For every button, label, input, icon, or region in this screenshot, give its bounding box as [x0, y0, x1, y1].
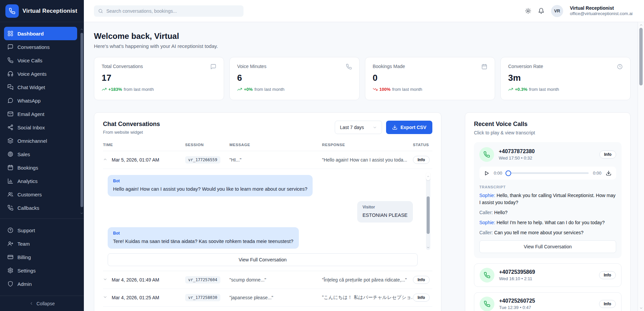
brand-logo	[5, 4, 19, 18]
sidebar-item-label: Admin	[17, 281, 32, 287]
sidebar-item-social-inbox[interactable]: Social Inbox	[4, 121, 77, 134]
row-response: "Înțeleg că prețurile pot părea ridicate…	[322, 277, 413, 283]
column-header-response: RESPONSE	[322, 143, 413, 147]
voice-call-card[interactable]: +40725395869 Wed 16:10 • 2:11 Info	[474, 263, 622, 287]
info-badge[interactable]: Info	[599, 300, 616, 308]
sidebar-item-whatsapp[interactable]: WhatsApp	[4, 94, 77, 107]
player-seek-handle[interactable]	[505, 170, 511, 176]
app-root: Virtual Receptionist Dashboard Conversat…	[0, 0, 644, 311]
info-badge[interactable]: Info	[413, 156, 430, 164]
transcript-line: Sophie: Hello, thank you for calling Vir…	[479, 192, 616, 206]
sidebar-item-callbacks[interactable]: Callbacks	[4, 201, 77, 214]
sidebar-item-sales[interactable]: Sales	[4, 147, 77, 161]
stat-delta: 100% from last month	[373, 87, 487, 92]
bubble-speaker: Visitor	[363, 204, 408, 210]
audio-player: 0:00 0:00	[479, 167, 616, 180]
mail-icon	[7, 111, 13, 117]
page-scrollbar-thumb[interactable]	[639, 28, 643, 85]
sidebar-scrollbar-thumb[interactable]	[80, 33, 83, 207]
transcript-line: Sophie: Hello! I'm here to help. What ca…	[479, 219, 616, 226]
sidebar-item-analytics[interactable]: Analytics	[4, 174, 77, 188]
call-meta: Wed 17:50 • 0:32	[499, 156, 535, 161]
stats-row: Total Conversations 17 +183% from last m…	[94, 57, 631, 100]
collapse-sidebar-button[interactable]: Collapse	[0, 296, 84, 311]
sidebar-item-settings[interactable]: Settings	[4, 264, 77, 277]
row-time: Mar 4, 2026, 01:49 AM	[112, 277, 159, 283]
notifications-button[interactable]	[538, 8, 544, 14]
bell-icon	[538, 8, 544, 14]
transcript-speaker: Sophie:	[479, 193, 495, 198]
info-badge[interactable]: Info	[599, 150, 616, 159]
stat-delta-value: +0.3%	[515, 87, 527, 92]
page-scrollbar[interactable]	[638, 22, 644, 311]
trending-up-icon	[508, 87, 513, 92]
row-response: "Hello again! How can I assist you toda.…	[322, 157, 413, 163]
sidebar-item-omnichannel[interactable]: Omnichannel	[4, 134, 77, 147]
collapse-row-toggle[interactable]	[103, 157, 107, 163]
table-row[interactable]: Mar 4, 2026, 01:49 AM vr_177257604 "scum…	[103, 271, 432, 289]
table-row[interactable]: Mar 4, 2026, 01:14 AM vr_177257662 "ce p…	[103, 307, 432, 311]
bubble-speaker: Bot	[113, 231, 293, 236]
sidebar-scrollbar[interactable]	[80, 27, 84, 215]
sidebar-item-voice-calls[interactable]: Voice Calls	[4, 54, 77, 67]
sidebar-item-bookings[interactable]: Bookings	[4, 161, 77, 174]
bubble-text: ESTONIAN PLEASE	[363, 212, 408, 219]
stat-delta-suffix: from last month	[124, 87, 154, 92]
trending-down-icon	[373, 87, 378, 92]
player-seek-bar[interactable]	[506, 172, 588, 174]
view-full-conversation-button[interactable]: View Full Conversation	[108, 253, 418, 266]
row-message: "HI..."	[229, 157, 322, 163]
sidebar-item-label: Voice Calls	[17, 58, 42, 63]
scroll-up-button[interactable]	[426, 172, 430, 180]
sidebar-item-conversations[interactable]: Conversations	[4, 40, 77, 54]
user-info[interactable]: Virtual Receptionist office@virtualrecep…	[570, 5, 634, 17]
download-recording-button[interactable]	[606, 170, 611, 176]
play-icon	[484, 171, 489, 176]
expand-row-toggle[interactable]	[103, 295, 107, 300]
player-current-time: 0:00	[494, 171, 502, 176]
info-badge[interactable]: Info	[413, 276, 430, 284]
stat-delta-suffix: from last month	[254, 87, 284, 92]
sidebar-item-label: Omnichannel	[17, 138, 47, 144]
call-number: +40725395869	[499, 269, 535, 275]
scroll-down-button[interactable]	[426, 246, 430, 249]
sidebar-item-admin[interactable]: Admin	[4, 277, 77, 291]
sidebar-item-customers[interactable]: Customers	[4, 188, 77, 201]
theme-toggle-button[interactable]	[525, 8, 531, 14]
help-circle-icon	[7, 227, 13, 233]
session-badge: vr_177258030	[185, 294, 220, 301]
export-csv-button[interactable]: Export CSV	[386, 121, 432, 134]
sidebar-item-team[interactable]: Team	[4, 237, 77, 250]
voice-call-card-expanded[interactable]: +40737872380 Wed 17:50 • 0:32 Info 0:00	[474, 142, 622, 258]
conversation-scrollbar[interactable]	[426, 172, 430, 250]
phone-icon	[7, 57, 13, 63]
search-input[interactable]	[106, 8, 239, 14]
date-range-select[interactable]: Last 7 days	[335, 121, 382, 134]
bubble-speaker: Bot	[113, 178, 307, 184]
sidebar-item-voice-agents[interactable]: Voice Agents	[4, 67, 77, 80]
search-box[interactable]	[94, 5, 244, 17]
table-row[interactable]: Mar 5, 2026, 01:07 AM vr_177266559 "HI..…	[103, 151, 432, 169]
stat-value: 0	[373, 73, 487, 83]
gear-icon	[7, 267, 13, 273]
scroll-down-arrow-icon	[639, 306, 643, 310]
sidebar-item-chat-widget[interactable]: Chat Widget	[4, 80, 77, 94]
sidebar-item-dashboard[interactable]: Dashboard	[4, 27, 77, 40]
conversation-scrollbar-thumb[interactable]	[427, 196, 430, 234]
view-full-conversation-button[interactable]: View Full Conversation	[479, 240, 616, 253]
stat-delta-value: 100%	[379, 87, 390, 92]
sidebar-item-email-agent[interactable]: Email Agent	[4, 107, 77, 121]
column-header-status: STATUS	[413, 143, 432, 147]
sidebar-item-label: WhatsApp	[17, 98, 41, 104]
info-badge[interactable]: Info	[413, 294, 430, 302]
expand-row-toggle[interactable]	[103, 277, 107, 283]
stat-value: 6	[237, 73, 352, 83]
play-button[interactable]	[484, 171, 489, 176]
voice-call-card[interactable]: +40725260725 Tue 12:39 • 0:47 Info	[474, 292, 622, 311]
user-avatar[interactable]: VR	[551, 5, 563, 17]
info-badge[interactable]: Info	[599, 271, 616, 279]
chat-bubble-bot: Bot Hello again! How can I assist you to…	[108, 175, 313, 196]
table-row[interactable]: Mar 4, 2026, 01:25 AM vr_177258030 "japa…	[103, 289, 432, 307]
sidebar-item-billing[interactable]: Billing	[4, 250, 77, 264]
sidebar-item-support[interactable]: Support	[4, 224, 77, 237]
